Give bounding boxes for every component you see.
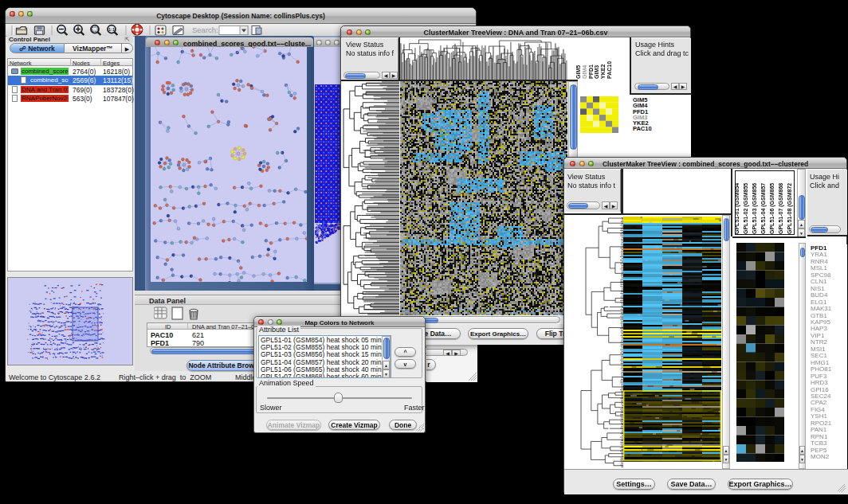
svg-text:1:1: 1:1 [108, 27, 115, 32]
svg-text:Search:: Search: [192, 25, 218, 34]
